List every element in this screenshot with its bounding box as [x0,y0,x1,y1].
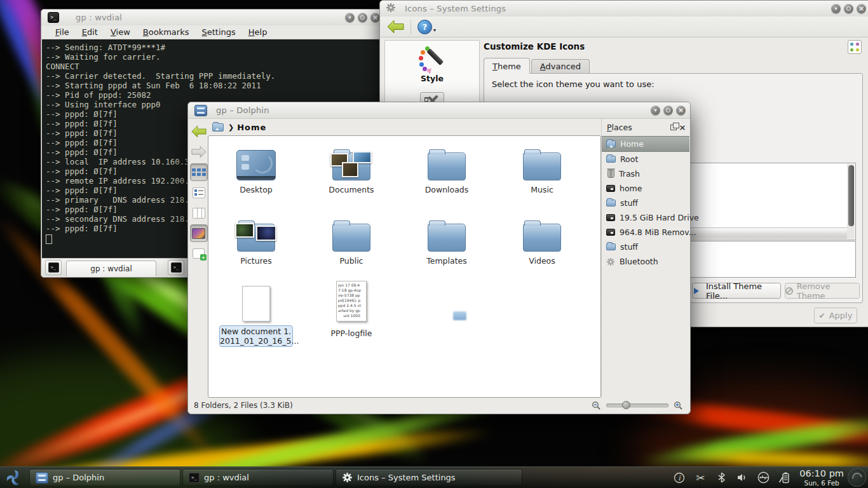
places-item-trash[interactable]: Trash [602,166,689,181]
hard-drive-icon [606,185,615,192]
folder-icon [606,243,616,250]
file-item-documents[interactable]: Documents [314,141,389,194]
maximize-button[interactable] [358,13,367,22]
tab-gp-wvdial[interactable]: gp : wvdial [66,261,156,276]
maximize-button[interactable] [844,4,853,13]
folder-icon [428,224,466,252]
file-item-music[interactable]: Music [505,141,580,194]
gear-icon [386,3,396,15]
volume-icon[interactable] [736,471,749,484]
task-system-settings[interactable]: Icons – System Settings [336,469,522,486]
overview-grid-icon[interactable] [848,40,862,54]
maximize-button[interactable] [663,105,673,115]
columns-view-button[interactable] [190,204,208,222]
breadcrumb-home-button[interactable] [212,123,224,132]
file-item-desktop[interactable]: Desktop [219,141,294,194]
file-item-public[interactable]: Public [314,212,389,266]
close-panel-button[interactable]: × [678,123,687,132]
menu-help[interactable]: Help [243,27,273,37]
close-button[interactable]: × [370,13,380,22]
task-wvdial[interactable]: >_ gp : wvdial [182,469,334,486]
install-theme-button[interactable]: Install Theme File... [692,283,781,299]
back-button[interactable] [190,123,208,140]
task-dolphin[interactable]: gp – Dolphin [29,469,180,486]
icons-view-button[interactable] [190,163,208,181]
tab-theme[interactable]: Theme [484,58,530,74]
terminal-icon: >_ [171,262,182,273]
tab-list-button[interactable]: >_ [168,260,184,275]
sidebar-item-style[interactable]: Style [385,41,479,83]
zoom-out-icon[interactable] [592,401,601,410]
settings-titlebar[interactable]: Icons – System Settings ▾ × [380,1,868,17]
menu-bookmarks[interactable]: Bookmarks [137,27,195,37]
breadcrumb-root[interactable]: Home [237,123,266,132]
folder-icon [332,152,370,180]
close-button[interactable]: × [857,4,866,13]
help-button[interactable]: ? ▾ [417,20,436,34]
plasma-toolbox-cashew[interactable] [848,468,866,487]
float-panel-button[interactable] [669,123,678,132]
settings-tabs: Theme Advanced [484,59,591,74]
remove-theme-button[interactable]: Remove Theme [785,283,860,299]
zoom-slider[interactable] [606,403,668,407]
forward-button[interactable] [190,143,208,161]
details-view-button[interactable] [190,184,208,201]
preview-button[interactable] [190,224,208,242]
menu-edit[interactable]: Edit [76,27,104,37]
selected-file-label: New document 1. 2011_01_20_16_5... [219,325,293,347]
folder-icon [428,152,466,180]
apply-button[interactable]: ✔ Apply [814,308,857,323]
zoom-in-icon[interactable] [674,401,683,410]
new-tab-button[interactable]: >_ [45,260,62,275]
places-item-stuff[interactable]: stuff [602,196,689,210]
klipper-scissors-icon[interactable]: ✂ [694,471,707,484]
terminal-icon: >_ [48,262,59,273]
tab-advanced[interactable]: Advanced [531,59,590,74]
file-item-downloads[interactable]: Downloads [409,141,484,194]
minimize-button[interactable]: ▾ [831,4,841,13]
file-item-templates[interactable]: Templates [409,212,484,266]
usb-device-notifier-icon[interactable] [757,471,770,484]
file-item-ppp-logfile[interactable]: Jan 17 09:4 7:18 gp-Asp ire-5738 pp pd[1… [314,277,389,338]
menu-file[interactable]: File [50,27,75,37]
konsole-titlebar[interactable]: >_ gp : wvdial ▾ × [41,10,384,26]
close-button[interactable]: × [676,105,686,115]
float-icon [670,125,677,130]
gear-icon [606,257,615,266]
minimize-button[interactable]: ▾ [651,105,660,115]
scrollbar[interactable] [847,164,855,239]
app-launcher-button[interactable] [0,467,29,488]
places-item-stuff2[interactable]: stuff [602,240,689,254]
places-item-home[interactable]: Home [602,136,689,152]
battery-icon[interactable] [778,471,790,484]
menu-view[interactable]: View [105,27,136,37]
places-item-hard-drive[interactable]: 19.5 GiB Hard Drive [602,210,689,225]
split-view-button[interactable]: + [190,245,208,262]
scrollbar-thumb[interactable] [848,165,854,226]
zoom-slider-handle[interactable] [622,401,630,409]
terminal-line: CONNECT [46,62,384,71]
folder-view[interactable]: Desktop Documents Downloads Music [208,135,601,398]
clock-date: Sun, 6 Feb [799,479,844,487]
places-item-removable[interactable]: 964.8 MiB Remov... [602,225,689,240]
details-view-icon [193,187,205,198]
terminal-line: --> Carrier detected. Starting PPP immed… [46,71,384,81]
minimize-button[interactable]: ▾ [345,13,355,22]
notifications-icon[interactable]: i [673,471,686,484]
file-item-pictures[interactable]: Pictures [219,212,294,266]
home-icon [606,140,616,147]
places-item-bluetooth[interactable]: Bluetooth [602,254,689,269]
places-item-home-partition[interactable]: home [602,181,689,196]
breadcrumb-separator: ❯ [228,123,234,132]
back-button[interactable] [387,20,404,34]
file-item-new-document[interactable]: New document 1. 2011_01_20_16_5... [219,277,294,347]
file-item-videos[interactable]: Videos [505,212,580,266]
terminal-icon: >_ [48,12,59,23]
places-item-root[interactable]: Root [602,152,689,166]
places-title: Places [607,123,669,132]
menu-settings[interactable]: Settings [196,27,241,37]
digital-clock[interactable]: 06:10 pm Sun, 6 Feb [799,468,844,487]
bluetooth-icon[interactable] [715,471,728,484]
home-folder-icon [212,123,224,132]
dolphin-titlebar[interactable]: gp – Dolphin ▾ × [188,102,690,119]
